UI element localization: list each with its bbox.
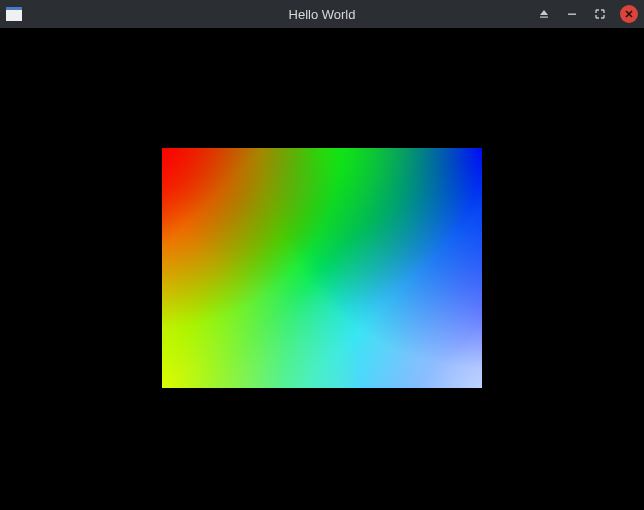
minimize-icon — [566, 8, 578, 20]
maximize-icon — [594, 8, 606, 20]
maximize-button[interactable] — [592, 6, 608, 22]
app-window-icon — [6, 7, 22, 21]
titlebar[interactable]: Hello World — [0, 0, 644, 28]
gl-canvas — [162, 148, 482, 388]
window-title: Hello World — [289, 7, 356, 22]
close-icon — [624, 9, 634, 19]
svg-rect-0 — [540, 17, 548, 18]
always-on-top-button[interactable] — [536, 6, 552, 22]
window-controls — [536, 5, 638, 23]
svg-rect-1 — [568, 14, 576, 15]
client-area — [0, 28, 644, 510]
minimize-button[interactable] — [564, 6, 580, 22]
close-button[interactable] — [620, 5, 638, 23]
pin-up-icon — [538, 8, 550, 20]
